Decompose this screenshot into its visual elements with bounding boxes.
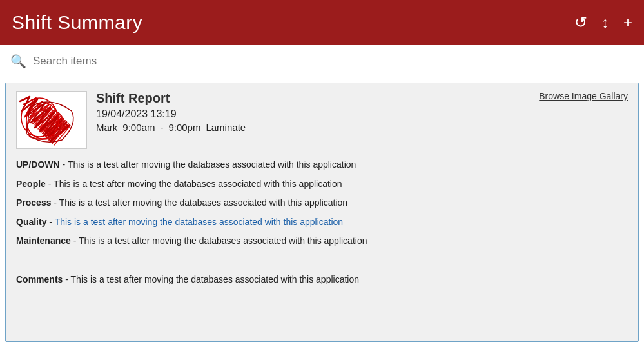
- report-time-end: 9:00pm: [168, 122, 200, 133]
- line-quality: Quality - This is a test after moving th…: [16, 213, 628, 232]
- app-header: Shift Summary ↺ ↕ +: [0, 0, 644, 45]
- sort-icon[interactable]: ↕: [601, 15, 609, 30]
- line-updown: UP/DOWN - This is a test after moving th…: [16, 155, 628, 175]
- add-icon[interactable]: +: [623, 15, 632, 30]
- line-maintenance: Maintenance - This is a test after movin…: [16, 232, 628, 251]
- scroll-indicator-right: [638, 212, 639, 217]
- line-spacer: [16, 251, 628, 270]
- page-title: Shift Summary: [12, 12, 142, 34]
- search-bar: 🔍: [0, 45, 644, 77]
- scroll-indicator-top: [322, 83, 327, 83]
- report-thumbnail: [16, 91, 87, 149]
- scroll-indicator-bottom: [322, 341, 327, 342]
- line-process: Process - This is a test after moving th…: [16, 193, 628, 213]
- refresh-icon[interactable]: ↺: [574, 15, 587, 30]
- report-meta: Mark 9:00am - 9:00pm Laminate: [96, 122, 628, 133]
- report-header: Shift Report 19/04/2023 13:19 Mark 9:00a…: [16, 91, 628, 149]
- line-people: People - This is a test after moving the…: [16, 175, 628, 194]
- content-area: Browse Image Gallary Shift Report 19/04/…: [5, 83, 639, 342]
- report-time-start: 9:00am: [122, 122, 155, 133]
- search-icon: 🔍: [10, 54, 26, 69]
- browse-image-gallery-link[interactable]: Browse Image Gallary: [539, 91, 628, 101]
- report-date: 19/04/2023 13:19: [96, 108, 628, 120]
- header-actions: ↺ ↕ +: [574, 15, 632, 30]
- search-input[interactable]: [33, 55, 634, 68]
- line-comments: Comments - This is a test after moving t…: [16, 270, 628, 290]
- report-operator: Mark: [96, 122, 117, 133]
- report-lines: UP/DOWN - This is a test after moving th…: [16, 155, 628, 289]
- report-time-separator: -: [160, 122, 163, 133]
- report-product: Laminate: [206, 122, 246, 133]
